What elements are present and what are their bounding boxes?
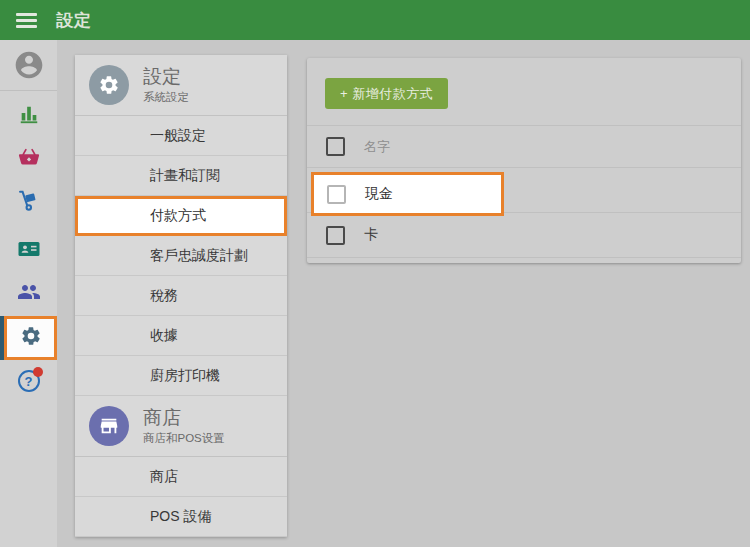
settings-menu-panel: 設定 系統設定 一般設定 計畫和訂閱 付款方式 客戶忠誠度計劃 稅務 收據 廚房… (75, 55, 287, 537)
table-row-cash[interactable]: 現金 (311, 172, 504, 216)
row-checkbox[interactable] (327, 185, 346, 204)
section-header-stores: 商店 商店和POS设置 (75, 396, 287, 457)
sidebar-item-inventory[interactable] (0, 182, 57, 218)
store-icon (89, 406, 129, 446)
table-header-row: 名字 (307, 125, 741, 168)
people-icon (17, 280, 41, 304)
section-title: 設定 (143, 67, 189, 88)
contact-card-icon (17, 237, 41, 261)
sidebar-item-customers[interactable] (0, 231, 57, 267)
gear-icon (89, 65, 129, 105)
section-title: 商店 (143, 408, 225, 429)
hand-truck-icon (17, 189, 40, 212)
notification-badge (33, 367, 43, 377)
menu-item-general-settings[interactable]: 一般設定 (75, 116, 287, 156)
menu-item-loyalty[interactable]: 客戶忠誠度計劃 (75, 236, 287, 276)
icon-sidebar: ? (0, 40, 57, 547)
payment-type-name: 卡 (364, 226, 378, 244)
section-subtitle: 系統設定 (143, 91, 189, 104)
menu-item-receipt[interactable]: 收據 (75, 316, 287, 356)
menu-item-plans-subscriptions[interactable]: 計畫和訂閱 (75, 156, 287, 196)
sidebar-divider (0, 90, 57, 91)
menu-item-taxes[interactable]: 稅務 (75, 276, 287, 316)
section-header-settings: 設定 系統設定 (75, 55, 287, 116)
hamburger-menu-icon[interactable] (16, 13, 37, 28)
sidebar-item-profile[interactable] (0, 46, 57, 84)
help-icon: ? (18, 370, 40, 392)
add-payment-type-button[interactable]: + 新增付款方式 (325, 78, 448, 109)
sidebar-item-help[interactable]: ? (0, 363, 57, 399)
sidebar-item-items[interactable] (0, 140, 57, 176)
gear-icon (20, 325, 42, 351)
avatar-icon (13, 49, 45, 81)
sidebar-item-settings[interactable] (0, 316, 57, 360)
basket-icon (18, 147, 40, 169)
top-app-bar: 設定 (0, 0, 750, 40)
menu-item-payment-types[interactable]: 付款方式 (75, 196, 287, 236)
table-row-card[interactable]: 卡 (307, 213, 741, 258)
section-subtitle: 商店和POS设置 (143, 432, 225, 445)
menu-item-kitchen-printers[interactable]: 廚房打印機 (75, 356, 287, 396)
page-title: 設定 (56, 9, 92, 32)
payment-types-card: + 新增付款方式 名字 現金 卡 (307, 58, 741, 263)
menu-item-pos-devices[interactable]: POS 設備 (75, 497, 287, 537)
bar-chart-icon (18, 103, 40, 125)
select-all-checkbox[interactable] (326, 137, 345, 156)
menu-item-stores[interactable]: 商店 (75, 457, 287, 497)
row-checkbox[interactable] (326, 226, 345, 245)
sidebar-item-employees[interactable] (0, 274, 57, 310)
payment-type-name: 現金 (365, 185, 393, 203)
column-header-name: 名字 (364, 138, 390, 156)
sidebar-item-reports[interactable] (0, 96, 57, 132)
settings-highlight-box (4, 316, 57, 360)
